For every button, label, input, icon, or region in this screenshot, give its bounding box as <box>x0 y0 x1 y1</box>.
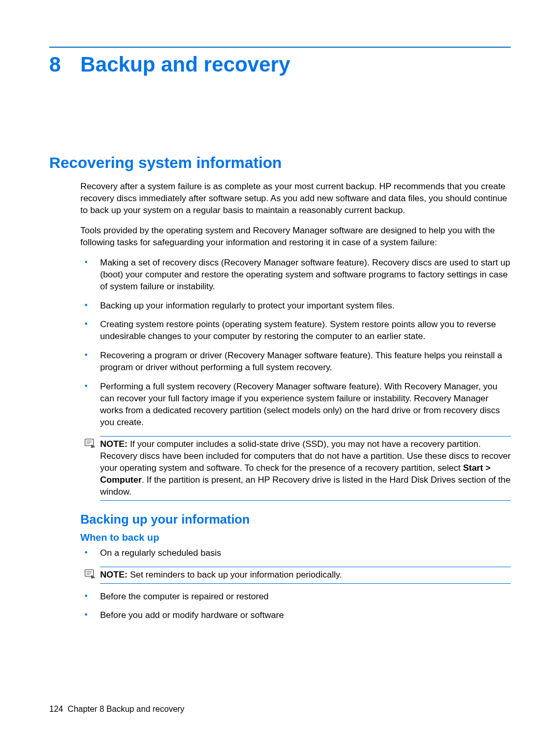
note-callout: NOTE: If your computer includes a solid-… <box>100 436 511 501</box>
when-backup-list-2: Before the computer is repaired or resto… <box>80 591 511 622</box>
note-text: If your computer includes a solid-state … <box>100 439 511 497</box>
note-icon <box>85 569 96 580</box>
section-when-to-backup-title: When to back up <box>80 532 511 543</box>
list-item: Before you add or modify hardware or sof… <box>80 610 511 622</box>
note-text-pre: If your computer includes a solid-state … <box>100 439 511 473</box>
page-number: 124 <box>49 705 63 713</box>
list-item: On a regularly scheduled basis <box>80 547 511 559</box>
section-backing-up-title: Backing up your information <box>80 512 511 527</box>
chapter-title: Backup and recovery <box>80 53 290 76</box>
note-label: NOTE: <box>100 439 128 449</box>
document-page: 8 Backup and recovery Recovering system … <box>0 0 560 745</box>
chapter-top-rule <box>49 47 511 48</box>
list-item: Making a set of recovery discs (Recovery… <box>80 257 511 293</box>
note-text: Set reminders to back up your informatio… <box>130 570 342 580</box>
chapter-header: 8 Backup and recovery <box>49 53 511 76</box>
chapter-number: 8 <box>49 53 80 76</box>
list-item: Recovering a program or driver (Recovery… <box>80 350 511 374</box>
note-label: NOTE: <box>100 570 128 580</box>
list-item: Performing a full system recovery (Recov… <box>80 381 511 429</box>
page-footer: 124 Chapter 8 Backup and recovery <box>49 705 185 714</box>
note-icon <box>85 439 96 449</box>
footer-chapter-label: Chapter 8 Backup and recovery <box>68 705 185 713</box>
list-item: Creating system restore points (operatin… <box>80 319 511 343</box>
section-recovering-title: Recovering system information <box>49 154 511 172</box>
section-recovering-body: Recovery after a system failure is as co… <box>80 181 511 622</box>
list-item: Before the computer is repaired or resto… <box>80 591 511 603</box>
list-item: Backing up your information regularly to… <box>80 300 511 312</box>
paragraph: Tools provided by the operating system a… <box>80 225 511 249</box>
task-bullet-list: Making a set of recovery discs (Recovery… <box>80 257 511 429</box>
note-text-post: . If the partition is present, an HP Rec… <box>100 475 510 497</box>
paragraph: Recovery after a system failure is as co… <box>80 181 511 217</box>
note-callout: NOTE: Set reminders to back up your info… <box>100 567 511 584</box>
when-backup-list-1: On a regularly scheduled basis <box>80 547 511 559</box>
